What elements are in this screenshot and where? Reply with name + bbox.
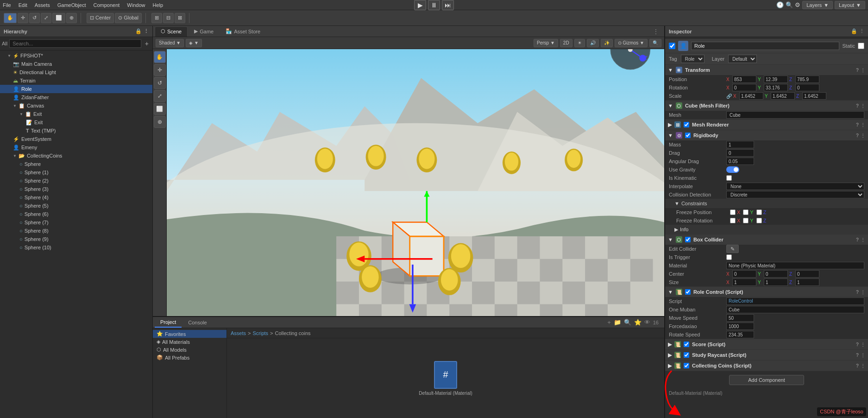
move-tool[interactable]: ✛ [18, 13, 28, 23]
pause-button[interactable]: ⏸ [428, 0, 440, 10]
breadcrumb-assets[interactable]: Assets [231, 330, 246, 336]
play-button[interactable]: ▶ [414, 0, 426, 10]
rect-tool-btn[interactable]: ⬜ [154, 103, 166, 115]
hier-sphere8[interactable]: ○ Sphere (8) [0, 227, 152, 235]
menu-help[interactable]: Help [152, 2, 163, 8]
hierarchy-add[interactable]: + [143, 40, 151, 47]
move-tool-btn[interactable]: ✛ [154, 64, 166, 76]
sz-z-input[interactable] [795, 279, 819, 286]
custom-tool-btn[interactable]: ⊕ [154, 116, 166, 128]
freeze-pos-x-cb[interactable] [730, 209, 736, 215]
collision-detection-select[interactable]: Discrete Continuous Continuous Dynamic [726, 191, 864, 198]
mesh-filter-header[interactable]: ▼ ⬡ Cube (Mesh Filter) ? ⋮ [665, 101, 868, 111]
mf-help[interactable]: ? [856, 103, 859, 108]
rect-tool[interactable]: ⬜ [52, 13, 65, 23]
is-kinematic-checkbox[interactable] [726, 175, 732, 181]
gizmos-toggle[interactable]: ⊙ Gizmos ▼ [615, 39, 648, 47]
menu-component[interactable]: Component [93, 2, 120, 8]
sc-enable[interactable] [684, 342, 689, 347]
audio-toggle[interactable]: 🔊 [587, 39, 599, 47]
project-add-btn[interactable]: + [607, 319, 611, 326]
rotate-tool[interactable]: ↺ [29, 13, 40, 23]
object-active-checkbox[interactable] [669, 43, 675, 49]
search-toggle[interactable]: 🔍 [649, 39, 661, 47]
sidebar-favorites[interactable]: ⭐ Favorites [153, 330, 226, 338]
menu-gameobject[interactable]: GameObject [57, 2, 86, 8]
hier-canvas[interactable]: ▼ 📋 Canvas [0, 101, 152, 110]
layer-select[interactable]: Default [728, 55, 757, 63]
inspector-menu[interactable]: ⋮ [859, 28, 864, 34]
rc-enable[interactable] [685, 289, 691, 295]
bc-menu[interactable]: ⋮ [861, 237, 865, 242]
rot-x-input[interactable] [732, 84, 756, 91]
layers-button[interactable]: Layers ▼ [802, 1, 833, 9]
object-name-input[interactable] [691, 42, 839, 50]
mesh-renderer-header[interactable]: ▶ ⊠ Mesh Renderer ? ⋮ [665, 120, 868, 130]
hierarchy-lock[interactable]: 🔒 [135, 28, 142, 34]
menu-window[interactable]: Window [127, 2, 145, 8]
role-control-header[interactable]: ▼ 📜 Role Control (Script) ? ⋮ [665, 287, 868, 297]
toolbar-icon-2[interactable]: 🔍 [786, 1, 793, 8]
scene-options-btn[interactable]: ⋮ [653, 28, 659, 35]
sr-enable[interactable] [684, 352, 689, 358]
hier-sphere1[interactable]: ○ Sphere (1) [0, 168, 152, 177]
scale-tool[interactable]: ⤢ [41, 13, 51, 23]
render-mode[interactable]: ◈ ▼ [186, 39, 202, 47]
transform-menu[interactable]: ⋮ [861, 68, 865, 73]
snap-btn[interactable]: ⊞ [151, 13, 162, 23]
select-tool[interactable]: ✋ [154, 51, 166, 63]
persp-btn[interactable]: Persp ▼ [534, 39, 558, 47]
sc-help[interactable]: ? [856, 342, 859, 347]
snap-btn2[interactable]: ⊟ [163, 13, 174, 23]
use-gravity-track[interactable] [726, 166, 739, 173]
transform-tool[interactable]: ⊕ [66, 13, 77, 23]
tag-select[interactable]: Role [681, 55, 704, 63]
hier-eventsystem[interactable]: ⚡ EventSystem [0, 135, 152, 143]
hier-terrain[interactable]: ⛰ Terrain [0, 76, 152, 85]
angular-drag-input[interactable] [726, 158, 754, 165]
rotate-tool-btn[interactable]: ↺ [154, 77, 166, 89]
use-gravity-toggle[interactable] [726, 166, 739, 173]
constraints-header[interactable]: ▼ Constraints [665, 199, 868, 208]
light-toggle[interactable]: ☀ [574, 39, 585, 47]
hier-exit[interactable]: ▼ 📋 Exit [0, 110, 152, 118]
sc-z-input[interactable] [802, 92, 826, 100]
box-collider-header[interactable]: ▼ ⬡ Box Collider ? ⋮ [665, 234, 868, 245]
tab-game[interactable]: ▶ Game [189, 26, 219, 37]
all-label[interactable]: All [2, 41, 7, 46]
hier-sphere9[interactable]: ○ Sphere (9) [0, 235, 152, 243]
mr-enable[interactable] [684, 122, 689, 127]
hier-main-camera[interactable]: 📷 Main Camera [0, 60, 152, 68]
sidebar-all-materials[interactable]: ◈ All Materials [153, 338, 226, 346]
ctr-z-input[interactable] [795, 270, 819, 278]
hier-sphere10[interactable]: ○ Sphere (10) [0, 243, 152, 252]
project-folder-btn[interactable]: 📁 [614, 319, 621, 326]
forcedaxiao-input[interactable] [726, 323, 754, 330]
cc-help[interactable]: ? [856, 363, 859, 368]
freeze-rot-z-cb[interactable] [756, 218, 762, 223]
sc-y-input[interactable] [771, 92, 795, 100]
global-btn[interactable]: ⊙ Global [115, 13, 142, 23]
file-item[interactable]: # Default-Material (Material) [419, 361, 472, 396]
hier-sphere2[interactable]: ○ Sphere (2) [0, 177, 152, 185]
freeze-rot-x-cb[interactable] [730, 218, 736, 223]
step-button[interactable]: ⏭ [442, 0, 454, 10]
hier-sphere4[interactable]: ○ Sphere (4) [0, 193, 152, 202]
tab-scene[interactable]: ⬡ Scene [155, 26, 188, 37]
tab-console[interactable]: Console [182, 317, 212, 328]
menu-file[interactable]: File [3, 2, 11, 8]
rigidbody-header[interactable]: ▼ ⊙ Rigidbody ? ⋮ [665, 130, 868, 140]
pivot-btn[interactable]: ⊡ Center [87, 13, 114, 23]
rot-z-input[interactable] [795, 84, 819, 91]
sz-y-input[interactable] [764, 279, 788, 286]
hier-sphere3[interactable]: ○ Sphere (3) [0, 185, 152, 193]
inspector-lock[interactable]: 🔒 [851, 28, 857, 34]
collecting-coins-header[interactable]: ▶ 📜 Collecting Coins (Script) ? ⋮ [665, 361, 868, 371]
transform-header[interactable]: ▼ ⊞ Transform ? ⋮ [665, 65, 868, 75]
bc-help[interactable]: ? [856, 237, 859, 242]
scale-tool-btn[interactable]: ⤢ [154, 90, 166, 102]
rc-menu[interactable]: ⋮ [861, 290, 865, 295]
study-raycast-header[interactable]: ▶ 📜 Study Raycast (Script) ? ⋮ [665, 350, 868, 360]
rb-menu[interactable]: ⋮ [861, 133, 865, 138]
score-header[interactable]: ▶ 📜 Score (Script) ? ⋮ [665, 339, 868, 349]
